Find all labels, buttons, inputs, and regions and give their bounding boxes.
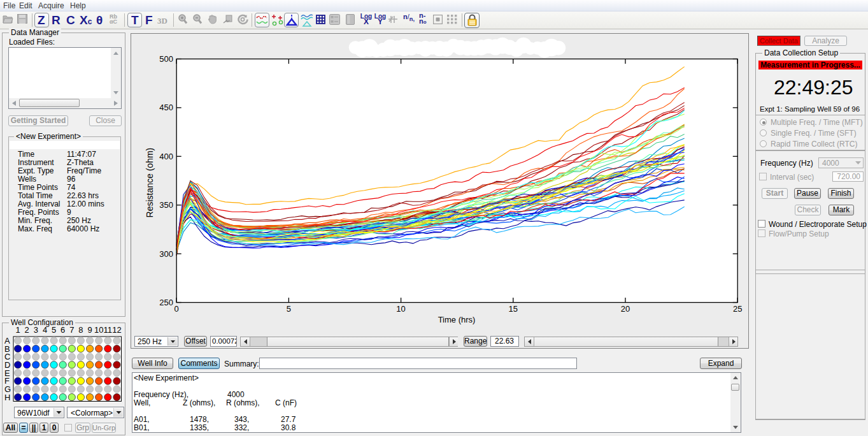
svg-text:12: 12	[112, 325, 121, 335]
svg-text:500: 500	[159, 54, 173, 64]
svg-text:10: 10	[94, 325, 103, 335]
svg-text:5: 5	[52, 325, 56, 335]
svg-text:3: 3	[34, 325, 38, 335]
svg-text:7: 7	[69, 325, 74, 335]
svg-text:6: 6	[60, 325, 65, 335]
svg-text:9: 9	[87, 325, 92, 335]
svg-text:1: 1	[15, 325, 20, 335]
svg-text:Resistance (ohm): Resistance (ohm)	[145, 148, 155, 218]
svg-text:2: 2	[25, 325, 29, 335]
svg-text:300: 300	[159, 249, 173, 259]
svg-text:350: 350	[159, 200, 173, 210]
svg-text:25: 25	[733, 304, 742, 314]
svg-text:0: 0	[174, 304, 179, 314]
svg-text:15: 15	[509, 304, 518, 314]
svg-text:5: 5	[287, 304, 291, 314]
svg-text:20: 20	[621, 304, 630, 314]
svg-text:10: 10	[396, 304, 405, 314]
svg-text:400: 400	[159, 152, 173, 161]
svg-text:11: 11	[104, 325, 113, 335]
svg-text:450: 450	[159, 103, 173, 112]
svg-text:4: 4	[43, 325, 47, 335]
svg-text:8: 8	[78, 325, 83, 335]
svg-text:H: H	[4, 393, 10, 402]
svg-text:Time (hrs): Time (hrs)	[438, 315, 476, 324]
svg-text:250: 250	[159, 298, 173, 307]
